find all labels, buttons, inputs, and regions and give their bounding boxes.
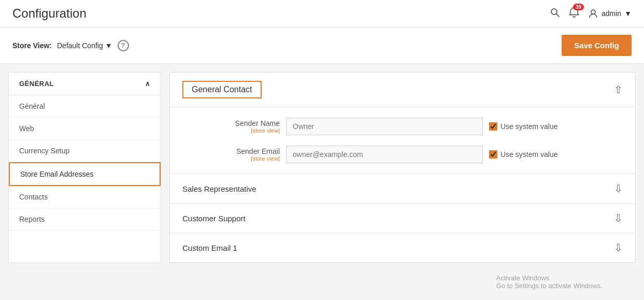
- sidebar-item-currency-setup[interactable]: Currency Setup: [9, 140, 161, 162]
- main-layout: GÉNÉRAL ∧ Général Web Currency Setup Sto…: [0, 72, 644, 272]
- custom-email-1-title: Custom Email 1: [182, 244, 237, 252]
- customer-support-section[interactable]: Customer Support ⇩: [170, 204, 635, 233]
- sidebar-item-store-email-addresses[interactable]: Store Email Addresses: [9, 162, 161, 186]
- sender-name-system-value[interactable]: Use system value: [489, 122, 557, 131]
- sidebar-item-contacts[interactable]: Contacts: [9, 186, 161, 208]
- custom-email-1-expand-icon[interactable]: ⇩: [614, 241, 623, 254]
- notification-button[interactable]: 39: [568, 7, 580, 21]
- svg-point-2: [591, 10, 595, 14]
- store-view-selected: Default Config: [57, 41, 103, 50]
- sidebar-item-general[interactable]: Général: [9, 95, 161, 118]
- sender-email-row: Sender Email [store view] Use system val…: [187, 146, 619, 163]
- customer-support-title: Customer Support: [182, 214, 246, 223]
- custom-email-1-section[interactable]: Custom Email 1 ⇩: [170, 233, 635, 263]
- sender-email-checkbox[interactable]: [489, 150, 497, 159]
- save-config-button[interactable]: Save Config: [562, 35, 632, 56]
- user-icon: [588, 8, 598, 19]
- sales-representative-title: Sales Representative: [182, 184, 256, 193]
- sidebar-item-reports[interactable]: Reports: [9, 208, 161, 231]
- svg-line-1: [556, 13, 560, 17]
- header-actions: 39 admin ▼: [550, 7, 632, 21]
- search-icon: [550, 7, 560, 18]
- store-view-bar: Store View: Default Config ▼ ? Save Conf…: [0, 27, 644, 64]
- help-icon[interactable]: ?: [118, 40, 129, 51]
- admin-menu-button[interactable]: admin ▼: [588, 8, 632, 19]
- sender-email-system-value[interactable]: Use system value: [489, 150, 557, 159]
- general-contact-form: Sender Name [store view] Use system valu…: [170, 107, 635, 174]
- sidebar: GÉNÉRAL ∧ Général Web Currency Setup Sto…: [8, 72, 161, 263]
- search-button[interactable]: [550, 7, 560, 20]
- sales-representative-expand-icon[interactable]: ⇩: [614, 182, 623, 195]
- sidebar-item-web[interactable]: Web: [9, 118, 161, 140]
- dropdown-chevron-icon: ▼: [105, 41, 112, 50]
- sidebar-section-label: GÉNÉRAL: [19, 80, 54, 88]
- general-contact-collapse-icon[interactable]: ⇧: [614, 83, 623, 96]
- page-title: Configuration: [12, 6, 87, 21]
- sidebar-section-header[interactable]: GÉNÉRAL ∧: [9, 73, 161, 95]
- content-area: General Contact ⇧ Sender Name [store vie…: [169, 72, 636, 263]
- store-view-dropdown[interactable]: Default Config ▼: [57, 41, 112, 50]
- top-header: Configuration 39 admin ▼: [0, 0, 644, 27]
- sender-email-label: Sender Email [store view]: [187, 147, 280, 162]
- general-contact-header: General Contact ⇧: [170, 73, 635, 107]
- admin-chevron-icon: ▼: [624, 9, 632, 18]
- sender-email-input[interactable]: [286, 146, 483, 163]
- sender-name-input[interactable]: [286, 118, 483, 135]
- sidebar-collapse-icon: ∧: [145, 80, 151, 88]
- store-view-label: Store View:: [12, 41, 52, 50]
- admin-label: admin: [602, 9, 621, 18]
- sales-representative-section[interactable]: Sales Representative ⇩: [170, 174, 635, 204]
- sender-name-checkbox[interactable]: [489, 122, 497, 131]
- notification-badge: 39: [573, 4, 584, 10]
- sender-name-row: Sender Name [store view] Use system valu…: [187, 118, 619, 135]
- store-view-left: Store View: Default Config ▼ ?: [12, 40, 129, 51]
- general-contact-title[interactable]: General Contact: [182, 81, 262, 98]
- sender-name-label: Sender Name [store view]: [187, 119, 280, 134]
- customer-support-expand-icon[interactable]: ⇩: [614, 212, 623, 224]
